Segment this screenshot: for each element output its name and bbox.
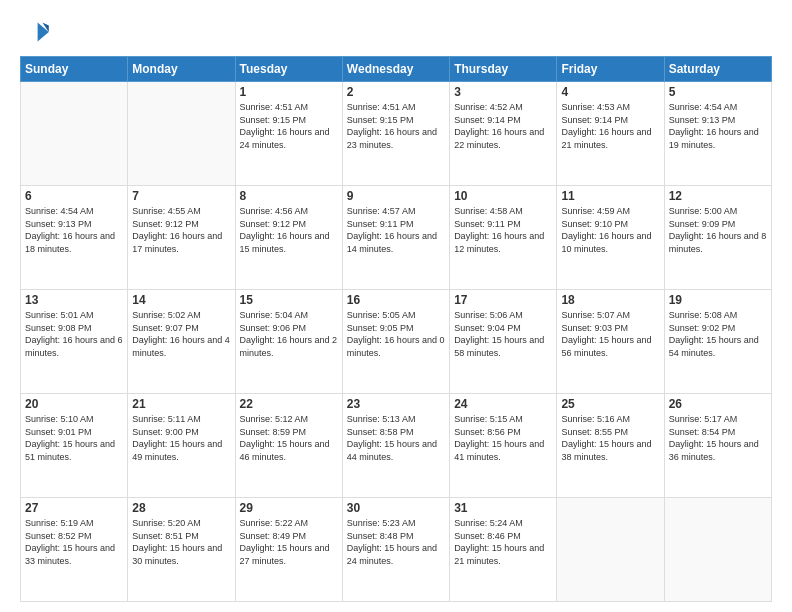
day-number: 21 <box>132 397 230 411</box>
day-info: Sunrise: 5:05 AM Sunset: 9:05 PM Dayligh… <box>347 309 445 359</box>
day-number: 27 <box>25 501 123 515</box>
day-info: Sunrise: 4:59 AM Sunset: 9:10 PM Dayligh… <box>561 205 659 255</box>
day-info: Sunrise: 5:11 AM Sunset: 9:00 PM Dayligh… <box>132 413 230 463</box>
day-info: Sunrise: 5:22 AM Sunset: 8:49 PM Dayligh… <box>240 517 338 567</box>
calendar-cell: 17Sunrise: 5:06 AM Sunset: 9:04 PM Dayli… <box>450 290 557 394</box>
day-number: 8 <box>240 189 338 203</box>
day-number: 11 <box>561 189 659 203</box>
page: SundayMondayTuesdayWednesdayThursdayFrid… <box>0 0 792 612</box>
calendar-cell: 23Sunrise: 5:13 AM Sunset: 8:58 PM Dayli… <box>342 394 449 498</box>
day-info: Sunrise: 5:07 AM Sunset: 9:03 PM Dayligh… <box>561 309 659 359</box>
day-number: 31 <box>454 501 552 515</box>
header <box>20 16 772 48</box>
day-number: 2 <box>347 85 445 99</box>
day-info: Sunrise: 5:00 AM Sunset: 9:09 PM Dayligh… <box>669 205 767 255</box>
calendar-cell: 22Sunrise: 5:12 AM Sunset: 8:59 PM Dayli… <box>235 394 342 498</box>
weekday-header-cell: Friday <box>557 57 664 82</box>
day-info: Sunrise: 4:51 AM Sunset: 9:15 PM Dayligh… <box>347 101 445 151</box>
day-number: 30 <box>347 501 445 515</box>
calendar-cell: 7Sunrise: 4:55 AM Sunset: 9:12 PM Daylig… <box>128 186 235 290</box>
calendar-cell: 15Sunrise: 5:04 AM Sunset: 9:06 PM Dayli… <box>235 290 342 394</box>
day-number: 12 <box>669 189 767 203</box>
calendar-cell: 3Sunrise: 4:52 AM Sunset: 9:14 PM Daylig… <box>450 82 557 186</box>
day-number: 28 <box>132 501 230 515</box>
weekday-header-cell: Monday <box>128 57 235 82</box>
calendar-cell: 12Sunrise: 5:00 AM Sunset: 9:09 PM Dayli… <box>664 186 771 290</box>
calendar-cell: 1Sunrise: 4:51 AM Sunset: 9:15 PM Daylig… <box>235 82 342 186</box>
calendar-cell <box>21 82 128 186</box>
calendar-cell <box>664 498 771 602</box>
day-info: Sunrise: 5:13 AM Sunset: 8:58 PM Dayligh… <box>347 413 445 463</box>
calendar-cell: 16Sunrise: 5:05 AM Sunset: 9:05 PM Dayli… <box>342 290 449 394</box>
day-info: Sunrise: 5:02 AM Sunset: 9:07 PM Dayligh… <box>132 309 230 359</box>
day-number: 26 <box>669 397 767 411</box>
day-number: 15 <box>240 293 338 307</box>
logo-icon <box>20 16 52 48</box>
day-number: 14 <box>132 293 230 307</box>
day-number: 25 <box>561 397 659 411</box>
calendar-cell: 20Sunrise: 5:10 AM Sunset: 9:01 PM Dayli… <box>21 394 128 498</box>
calendar-cell <box>557 498 664 602</box>
calendar-week-row: 1Sunrise: 4:51 AM Sunset: 9:15 PM Daylig… <box>21 82 772 186</box>
calendar-week-row: 6Sunrise: 4:54 AM Sunset: 9:13 PM Daylig… <box>21 186 772 290</box>
day-number: 29 <box>240 501 338 515</box>
day-number: 16 <box>347 293 445 307</box>
day-number: 20 <box>25 397 123 411</box>
calendar-cell: 19Sunrise: 5:08 AM Sunset: 9:02 PM Dayli… <box>664 290 771 394</box>
day-number: 19 <box>669 293 767 307</box>
day-info: Sunrise: 4:53 AM Sunset: 9:14 PM Dayligh… <box>561 101 659 151</box>
day-info: Sunrise: 4:54 AM Sunset: 9:13 PM Dayligh… <box>25 205 123 255</box>
day-number: 1 <box>240 85 338 99</box>
day-number: 24 <box>454 397 552 411</box>
day-number: 18 <box>561 293 659 307</box>
weekday-header-cell: Thursday <box>450 57 557 82</box>
day-number: 22 <box>240 397 338 411</box>
calendar-cell: 24Sunrise: 5:15 AM Sunset: 8:56 PM Dayli… <box>450 394 557 498</box>
day-number: 10 <box>454 189 552 203</box>
logo <box>20 16 56 48</box>
day-info: Sunrise: 5:12 AM Sunset: 8:59 PM Dayligh… <box>240 413 338 463</box>
calendar-cell: 13Sunrise: 5:01 AM Sunset: 9:08 PM Dayli… <box>21 290 128 394</box>
day-info: Sunrise: 5:06 AM Sunset: 9:04 PM Dayligh… <box>454 309 552 359</box>
day-number: 6 <box>25 189 123 203</box>
day-info: Sunrise: 5:17 AM Sunset: 8:54 PM Dayligh… <box>669 413 767 463</box>
day-number: 9 <box>347 189 445 203</box>
day-number: 3 <box>454 85 552 99</box>
calendar-cell: 4Sunrise: 4:53 AM Sunset: 9:14 PM Daylig… <box>557 82 664 186</box>
day-info: Sunrise: 5:23 AM Sunset: 8:48 PM Dayligh… <box>347 517 445 567</box>
day-info: Sunrise: 4:55 AM Sunset: 9:12 PM Dayligh… <box>132 205 230 255</box>
day-info: Sunrise: 4:56 AM Sunset: 9:12 PM Dayligh… <box>240 205 338 255</box>
day-info: Sunrise: 5:24 AM Sunset: 8:46 PM Dayligh… <box>454 517 552 567</box>
calendar-cell: 6Sunrise: 4:54 AM Sunset: 9:13 PM Daylig… <box>21 186 128 290</box>
calendar-cell: 5Sunrise: 4:54 AM Sunset: 9:13 PM Daylig… <box>664 82 771 186</box>
weekday-header-cell: Tuesday <box>235 57 342 82</box>
calendar-cell: 2Sunrise: 4:51 AM Sunset: 9:15 PM Daylig… <box>342 82 449 186</box>
day-info: Sunrise: 5:10 AM Sunset: 9:01 PM Dayligh… <box>25 413 123 463</box>
calendar-cell <box>128 82 235 186</box>
day-info: Sunrise: 4:58 AM Sunset: 9:11 PM Dayligh… <box>454 205 552 255</box>
weekday-header-cell: Saturday <box>664 57 771 82</box>
calendar-cell: 14Sunrise: 5:02 AM Sunset: 9:07 PM Dayli… <box>128 290 235 394</box>
calendar-week-row: 13Sunrise: 5:01 AM Sunset: 9:08 PM Dayli… <box>21 290 772 394</box>
day-info: Sunrise: 5:08 AM Sunset: 9:02 PM Dayligh… <box>669 309 767 359</box>
day-info: Sunrise: 5:15 AM Sunset: 8:56 PM Dayligh… <box>454 413 552 463</box>
calendar-cell: 18Sunrise: 5:07 AM Sunset: 9:03 PM Dayli… <box>557 290 664 394</box>
calendar-cell: 9Sunrise: 4:57 AM Sunset: 9:11 PM Daylig… <box>342 186 449 290</box>
calendar-cell: 10Sunrise: 4:58 AM Sunset: 9:11 PM Dayli… <box>450 186 557 290</box>
day-info: Sunrise: 5:04 AM Sunset: 9:06 PM Dayligh… <box>240 309 338 359</box>
calendar-cell: 26Sunrise: 5:17 AM Sunset: 8:54 PM Dayli… <box>664 394 771 498</box>
day-number: 4 <box>561 85 659 99</box>
calendar-cell: 29Sunrise: 5:22 AM Sunset: 8:49 PM Dayli… <box>235 498 342 602</box>
calendar-cell: 11Sunrise: 4:59 AM Sunset: 9:10 PM Dayli… <box>557 186 664 290</box>
calendar-body: 1Sunrise: 4:51 AM Sunset: 9:15 PM Daylig… <box>21 82 772 602</box>
day-number: 7 <box>132 189 230 203</box>
day-number: 13 <box>25 293 123 307</box>
calendar-cell: 27Sunrise: 5:19 AM Sunset: 8:52 PM Dayli… <box>21 498 128 602</box>
calendar-cell: 28Sunrise: 5:20 AM Sunset: 8:51 PM Dayli… <box>128 498 235 602</box>
weekday-header-cell: Wednesday <box>342 57 449 82</box>
day-number: 17 <box>454 293 552 307</box>
day-info: Sunrise: 4:51 AM Sunset: 9:15 PM Dayligh… <box>240 101 338 151</box>
calendar-week-row: 20Sunrise: 5:10 AM Sunset: 9:01 PM Dayli… <box>21 394 772 498</box>
calendar-cell: 21Sunrise: 5:11 AM Sunset: 9:00 PM Dayli… <box>128 394 235 498</box>
day-info: Sunrise: 5:20 AM Sunset: 8:51 PM Dayligh… <box>132 517 230 567</box>
